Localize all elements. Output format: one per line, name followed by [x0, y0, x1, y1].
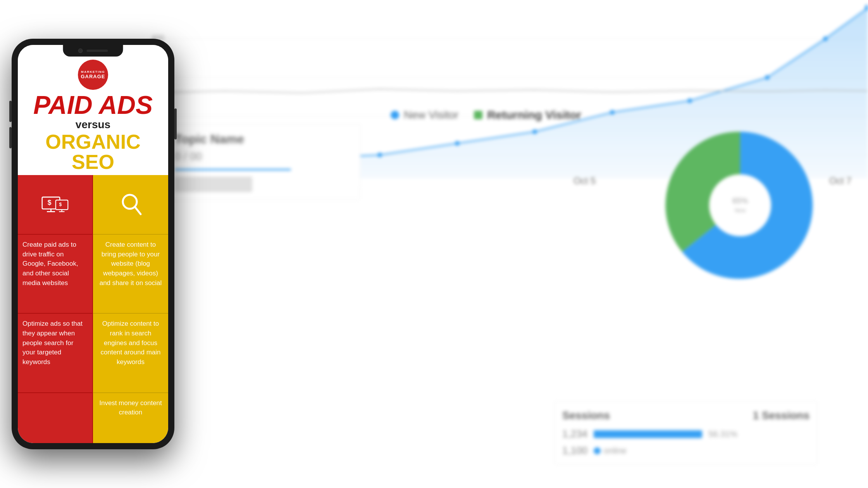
paid-description-2: Optimize ads so that they appear when pe… — [22, 319, 88, 367]
svg-point-12 — [765, 75, 770, 80]
phone-screen: MARKETING GARAGE PAID ADS versus ORGANIC… — [18, 45, 168, 443]
svg-point-10 — [610, 110, 615, 115]
svg-point-19 — [709, 174, 771, 236]
search-icon — [119, 192, 142, 217]
svg-point-13 — [823, 36, 828, 41]
versus-text: versus — [76, 119, 110, 131]
svg-point-9 — [532, 129, 537, 134]
phone-device: MARKETING GARAGE PAID ADS versus ORGANIC… — [12, 39, 174, 449]
comparison-grid: $ $ — [18, 175, 168, 443]
pie-chart: 65% New — [659, 124, 822, 287]
svg-text:$: $ — [48, 199, 52, 206]
svg-point-7 — [377, 153, 382, 157]
invest-money-text: Invest money content creation — [98, 399, 164, 418]
svg-point-8 — [455, 141, 460, 146]
volume-up-button — [9, 101, 12, 122]
phone-camera — [78, 48, 83, 53]
svg-text:New: New — [735, 207, 746, 213]
svg-point-11 — [687, 98, 692, 103]
svg-rect-26 — [56, 200, 68, 210]
logo-main-text: GARAGE — [81, 74, 105, 79]
power-button — [174, 108, 177, 139]
seo-description-2: Optimize content to rank in search engin… — [98, 319, 164, 367]
organic-seo-title: ORGANIC SEO — [24, 132, 162, 172]
svg-text:65%: 65% — [732, 196, 748, 205]
grid-cell-paid-icon: $ $ — [18, 175, 93, 234]
grid-cell-seo-desc-1: Create content to bring people to your w… — [93, 234, 168, 313]
chart-label-oct7: Oct 7 — [829, 175, 851, 186]
paid-ads-title: PAID ADS — [33, 92, 153, 118]
grid-cell-paid-desc-3 — [18, 392, 93, 443]
logo-top-text: MARKETING — [81, 70, 105, 74]
grid-cell-paid-desc-1: Create paid ads to drive traffic on Goog… — [18, 234, 93, 313]
phone-notch — [63, 45, 123, 57]
phone-content: MARKETING GARAGE PAID ADS versus ORGANIC… — [18, 45, 168, 443]
grid-cell-paid-desc-2: Optimize ads so that they appear when pe… — [18, 313, 93, 392]
grid-cell-seo-desc-3: Invest money content creation — [93, 392, 168, 443]
legend-returning-visitor: Returning Visitor — [474, 108, 581, 122]
grid-cell-seo-icon — [93, 175, 168, 234]
chart-label-oct5: Oct 5 — [574, 175, 596, 186]
phone-speaker — [87, 50, 108, 52]
money-icon: $ $ — [41, 194, 69, 215]
phone-header: MARKETING GARAGE PAID ADS versus ORGANIC… — [18, 45, 168, 175]
svg-line-31 — [135, 207, 141, 214]
paid-description-1: Create paid ads to drive traffic on Goog… — [22, 240, 88, 288]
volume-down-button — [9, 127, 12, 148]
seo-description-1: Create content to bring people to your w… — [98, 240, 164, 288]
svg-text:$: $ — [59, 202, 62, 207]
grid-cell-seo-desc-2: Optimize content to rank in search engin… — [93, 313, 168, 392]
logo-circle: MARKETING GARAGE — [78, 60, 108, 90]
